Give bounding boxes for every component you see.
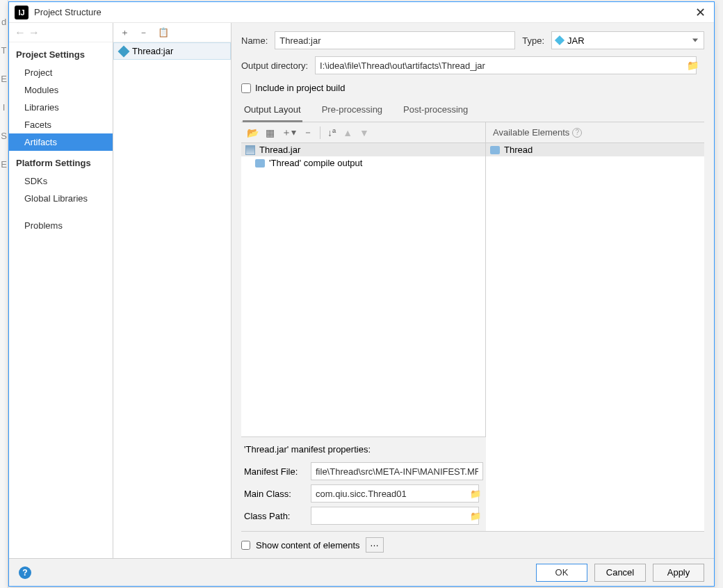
available-element-label: Thread (504, 145, 533, 155)
output-layout-area: 📂 ▦ ＋▾ － ↓ª ▲ ▼ Thread.jar (241, 122, 704, 531)
strip-char: S (1, 131, 7, 141)
include-in-build-label: Include in project build (255, 83, 345, 93)
artifact-list-toolbar: ＋ － 📋 (113, 23, 231, 42)
tree-root-row[interactable]: Thread.jar (241, 143, 485, 156)
tab-pre-processing[interactable]: Pre-processing (320, 100, 384, 122)
output-tree-pane: 📂 ▦ ＋▾ － ↓ª ▲ ▼ Thread.jar (241, 122, 486, 531)
strip-char: E (1, 74, 7, 84)
archive-icon (245, 145, 255, 155)
available-element-item[interactable]: Thread (486, 143, 704, 156)
available-elements-list[interactable]: Thread (486, 143, 704, 531)
add-artifact-icon[interactable]: ＋ (120, 26, 129, 39)
name-label: Name: (241, 35, 268, 46)
output-tree[interactable]: Thread.jar 'Thread' compile output (241, 143, 485, 436)
sidebar-section-platform: Platform Settings (9, 151, 113, 172)
window-title: Project Structure (34, 7, 686, 17)
manifest-file-input[interactable] (311, 462, 483, 480)
add-copy-icon[interactable]: ＋▾ (282, 126, 296, 139)
new-folder-icon[interactable]: 📂 (247, 127, 259, 138)
tree-root-label: Thread.jar (259, 145, 300, 155)
tree-child-label: 'Thread' compile output (269, 158, 362, 168)
sidebar-item-project[interactable]: Project (9, 64, 113, 81)
include-in-build-checkbox[interactable] (241, 83, 251, 93)
help-button[interactable]: ? (19, 566, 31, 579)
browse-folder-icon[interactable]: 📁 (687, 60, 699, 71)
artifact-editor: Name: Type: JAR Output directory: 📁 Incl… (231, 23, 714, 558)
main-class-label: Main Class: (244, 489, 305, 499)
artifact-type-select[interactable]: JAR (551, 31, 704, 49)
nav-back-icon[interactable]: ← (15, 26, 26, 39)
strip-char: d (1, 17, 6, 27)
jar-icon (555, 35, 564, 45)
sidebar-item-problems[interactable]: Problems (9, 217, 113, 234)
sidebar-section-project: Project Settings (9, 42, 113, 64)
help-icon[interactable]: ? (572, 128, 582, 138)
sidebar-item-global-libraries[interactable]: Global Libraries (9, 190, 113, 207)
type-label: Type: (522, 35, 544, 46)
tab-post-processing[interactable]: Post-processing (402, 100, 469, 122)
include-in-build-row: Include in project build (241, 81, 704, 95)
manifest-panel: 'Thread.jar' manifest properties: Manife… (241, 436, 486, 531)
sidebar-item-libraries[interactable]: Libraries (9, 99, 113, 116)
titlebar: IJ Project Structure ✕ (9, 2, 714, 23)
dialog-body: ← → Project Settings Project Modules Lib… (9, 23, 714, 558)
jar-icon (118, 45, 130, 57)
strip-char: E (1, 159, 7, 170)
manifest-title: 'Thread.jar' manifest properties: (241, 443, 486, 460)
ellipsis-button[interactable]: … (366, 537, 384, 553)
sidebar-nav: ← → (9, 23, 113, 42)
tab-output-layout[interactable]: Output Layout (243, 100, 302, 122)
move-up-icon[interactable]: ▲ (343, 127, 352, 138)
artifact-list-panel: ＋ － 📋 Thread:jar (113, 23, 231, 558)
strip-char: I (3, 102, 6, 113)
output-dir-label: Output directory: (241, 60, 308, 71)
available-elements-title: Available Elements ? (486, 122, 704, 143)
remove-icon[interactable]: － (303, 126, 313, 139)
tree-child-row[interactable]: 'Thread' compile output (241, 156, 485, 170)
folder-icon (255, 159, 265, 168)
sidebar-item-sdks[interactable]: SDKs (9, 172, 113, 190)
sidebar-item-facets[interactable]: Facets (9, 116, 113, 133)
cancel-button[interactable]: Cancel (594, 564, 646, 582)
ok-button[interactable]: OK (536, 564, 587, 582)
apply-button[interactable]: Apply (653, 564, 704, 582)
copy-artifact-icon[interactable]: 📋 (158, 27, 169, 38)
available-elements-pane: Available Elements ? Thread (486, 122, 704, 531)
classpath-input[interactable] (311, 507, 479, 525)
module-icon (490, 146, 500, 154)
show-contents-label: Show content of elements (256, 540, 360, 550)
artifact-list-item[interactable]: Thread:jar (113, 42, 231, 60)
close-button[interactable]: ✕ (686, 5, 714, 20)
classpath-label: Class Path: (244, 511, 305, 521)
dialog-window: IJ Project Structure ✕ ← → Project Setti… (8, 1, 715, 587)
new-directory-icon[interactable]: ▦ (266, 127, 275, 138)
move-down-icon[interactable]: ▼ (359, 127, 369, 138)
sidebar-item-artifacts[interactable]: Artifacts (9, 133, 113, 151)
show-contents-row: Show content of elements … (241, 531, 704, 558)
show-contents-checkbox[interactable] (241, 541, 250, 550)
strip-char: T (1, 45, 7, 56)
output-toolbar: 📂 ▦ ＋▾ － ↓ª ▲ ▼ (241, 122, 485, 143)
browse-classpath-icon[interactable]: 📁 (468, 511, 483, 521)
artifact-list-item-label: Thread:jar (132, 46, 173, 56)
layout-tabs: Output Layout Pre-processing Post-proces… (241, 100, 704, 122)
manifest-file-label: Manifest File: (244, 466, 305, 477)
background-strip: d T E I S E (0, 0, 8, 588)
dialog-footer: ? OK Cancel Apply (9, 558, 714, 586)
output-directory-input[interactable] (315, 56, 697, 74)
remove-artifact-icon[interactable]: － (139, 26, 148, 39)
browse-class-icon[interactable]: 📁 (468, 489, 483, 499)
app-logo-icon: IJ (15, 6, 29, 19)
artifact-type-value: JAR (567, 35, 585, 46)
sidebar-item-modules[interactable]: Modules (9, 81, 113, 99)
sidebar: ← → Project Settings Project Modules Lib… (9, 23, 113, 558)
artifact-name-input[interactable] (275, 31, 515, 49)
main-class-input[interactable] (311, 484, 479, 503)
sort-icon[interactable]: ↓ª (327, 127, 336, 138)
nav-forward-icon[interactable]: → (29, 26, 40, 39)
